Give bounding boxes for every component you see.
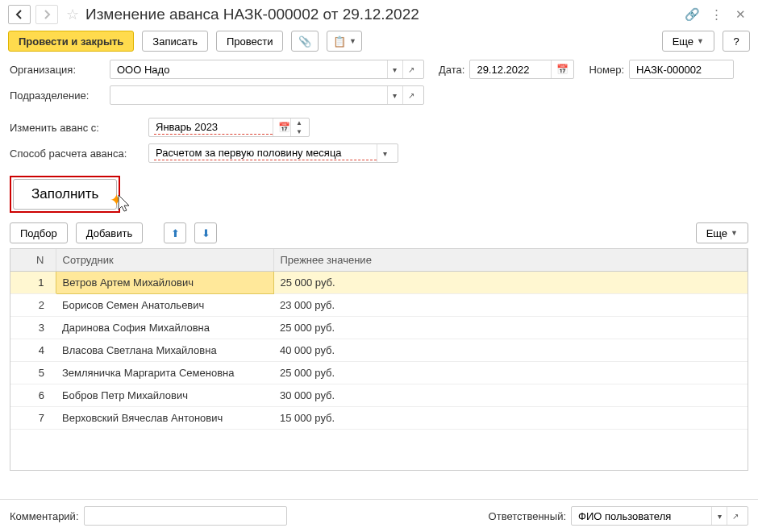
add-button[interactable]: Добавить xyxy=(76,222,143,243)
cell-n[interactable]: 6 xyxy=(10,384,56,407)
col-employee[interactable]: Сотрудник xyxy=(56,249,273,272)
calendar-icon[interactable]: 📅 xyxy=(551,60,568,78)
fill-button[interactable]: Заполнить xyxy=(13,179,117,210)
cell-prev[interactable]: 25 000 руб. xyxy=(273,362,748,384)
close-icon[interactable]: ✕ xyxy=(731,5,750,24)
paperclip-icon: 📎 xyxy=(298,35,311,48)
change-from-label: Изменить аванс с: xyxy=(10,122,144,134)
arrow-right-icon xyxy=(42,10,52,19)
date-label: Дата: xyxy=(439,64,464,76)
change-from-input[interactable] xyxy=(154,120,273,135)
spin-up-button[interactable]: ▲ xyxy=(291,118,304,127)
cell-employee[interactable]: Даринова София Михайловна xyxy=(56,317,273,339)
attach-button[interactable]: 📎 xyxy=(291,31,319,52)
org-input[interactable] xyxy=(115,63,387,77)
link-icon[interactable]: 🔗 xyxy=(682,5,702,24)
dept-open-button[interactable]: ↗ xyxy=(402,86,419,104)
method-input[interactable] xyxy=(154,146,377,160)
cell-prev[interactable]: 23 000 руб. xyxy=(273,294,748,317)
org-field[interactable]: ▾ ↗ xyxy=(110,60,424,79)
help-button[interactable]: ? xyxy=(723,31,750,52)
favorite-star-icon[interactable]: ☆ xyxy=(66,6,79,23)
responsible-label: Ответственный: xyxy=(489,510,566,522)
move-up-button[interactable]: ⬆ xyxy=(164,222,186,243)
table-row[interactable]: 6Бобров Петр Михайлович30 000 руб. xyxy=(10,384,748,407)
number-label: Номер: xyxy=(589,64,624,76)
calendar-icon[interactable]: 📅 xyxy=(273,118,290,136)
move-down-button[interactable]: ⬇ xyxy=(194,222,217,243)
employees-table[interactable]: N Сотрудник Прежнее значение 1Ветров Арт… xyxy=(10,248,748,471)
post-button[interactable]: Провести xyxy=(216,31,284,52)
reports-button[interactable]: 📋 ▼ xyxy=(327,31,362,52)
cell-employee[interactable]: Бобров Петр Михайлович xyxy=(56,384,273,407)
chevron-down-icon: ▼ xyxy=(731,229,738,237)
arrow-up-icon: ⬆ xyxy=(171,227,180,239)
dept-dropdown-button[interactable]: ▾ xyxy=(387,86,402,104)
org-open-button[interactable]: ↗ xyxy=(402,60,419,78)
cell-employee[interactable]: Верховский Вячеслав Антонович xyxy=(56,407,273,430)
table-row[interactable]: 5Земляничка Маргарита Семеновна25 000 ру… xyxy=(10,362,748,384)
responsible-input[interactable] xyxy=(577,509,711,523)
comment-field[interactable] xyxy=(84,506,287,526)
chevron-down-icon: ▼ xyxy=(349,37,356,45)
spin-down-button[interactable]: ▼ xyxy=(291,127,304,136)
table-more-button[interactable]: Еще ▼ xyxy=(696,222,748,243)
cell-n[interactable]: 7 xyxy=(10,407,56,430)
org-label: Организация: xyxy=(10,64,105,76)
cursor-icon xyxy=(117,193,133,218)
col-n[interactable]: N xyxy=(10,249,56,272)
table-row[interactable]: 1Ветров Артем Михайлович25 000 руб. xyxy=(10,272,748,294)
responsible-field[interactable]: ▾ ↗ xyxy=(571,506,748,526)
table-more-label: Еще xyxy=(706,227,727,239)
cell-n[interactable]: 2 xyxy=(10,294,56,317)
cell-employee[interactable]: Власова Светлана Михайловна xyxy=(56,339,273,362)
comment-input[interactable] xyxy=(90,509,281,523)
table-row[interactable]: 7Верховский Вячеслав Антонович15 000 руб… xyxy=(10,407,748,430)
cell-prev[interactable]: 15 000 руб. xyxy=(273,407,748,430)
number-field[interactable] xyxy=(629,60,734,79)
report-icon: 📋 xyxy=(333,35,346,48)
cell-n[interactable]: 1 xyxy=(10,272,56,294)
table-row[interactable]: 2Борисов Семен Анатольевич23 000 руб. xyxy=(10,294,748,317)
cell-prev[interactable]: 25 000 руб. xyxy=(273,272,748,294)
comment-label: Комментарий: xyxy=(10,510,79,522)
arrow-down-icon: ⬇ xyxy=(202,227,210,239)
chevron-down-icon: ▼ xyxy=(697,37,704,45)
nav-back-button[interactable] xyxy=(8,5,31,24)
more-label: Еще xyxy=(673,35,693,48)
nav-forward-button[interactable] xyxy=(35,5,58,24)
col-prev[interactable]: Прежнее значение xyxy=(273,249,748,272)
dept-label: Подразделение: xyxy=(10,89,105,102)
post-and-close-button[interactable]: Провести и закрыть xyxy=(8,31,134,52)
change-from-field[interactable]: 📅 ▲ ▼ xyxy=(148,118,310,137)
cell-prev[interactable]: 25 000 руб. xyxy=(273,317,748,339)
page-title: Изменение аванса НАЗК-000002 от 29.12.20… xyxy=(85,6,677,23)
table-row[interactable]: 4Власова Светлана Михайловна40 000 руб. xyxy=(10,339,748,362)
method-dropdown-button[interactable]: ▾ xyxy=(377,144,393,162)
date-field[interactable]: 📅 xyxy=(469,60,574,79)
fill-button-highlight: Заполнить ✦ xyxy=(10,176,120,213)
cell-n[interactable]: 4 xyxy=(10,339,56,362)
responsible-open-button[interactable]: ↗ xyxy=(727,507,743,525)
cell-employee[interactable]: Ветров Артем Михайлович xyxy=(56,272,273,294)
org-dropdown-button[interactable]: ▾ xyxy=(387,60,402,78)
cell-employee[interactable]: Борисов Семен Анатольевич xyxy=(56,294,273,317)
method-field[interactable]: ▾ xyxy=(148,143,398,163)
dept-input[interactable] xyxy=(115,89,387,102)
cell-prev[interactable]: 30 000 руб. xyxy=(273,384,748,407)
responsible-dropdown-button[interactable]: ▾ xyxy=(711,507,727,525)
table-row[interactable]: 3Даринова София Михайловна25 000 руб. xyxy=(10,317,748,339)
select-button[interactable]: Подбор xyxy=(10,222,68,243)
cell-prev[interactable]: 40 000 руб. xyxy=(273,339,748,362)
date-input[interactable] xyxy=(475,63,551,77)
kebab-menu-icon[interactable]: ⋮ xyxy=(706,5,726,24)
cell-n[interactable]: 3 xyxy=(10,317,56,339)
arrow-left-icon xyxy=(15,10,24,19)
more-button[interactable]: Еще ▼ xyxy=(662,31,714,52)
cell-n[interactable]: 5 xyxy=(10,362,56,384)
number-input[interactable] xyxy=(635,63,728,77)
save-button[interactable]: Записать xyxy=(142,31,208,52)
cell-employee[interactable]: Земляничка Маргарита Семеновна xyxy=(56,362,273,384)
method-label: Способ расчета аванса: xyxy=(10,148,144,160)
dept-field[interactable]: ▾ ↗ xyxy=(110,85,424,105)
